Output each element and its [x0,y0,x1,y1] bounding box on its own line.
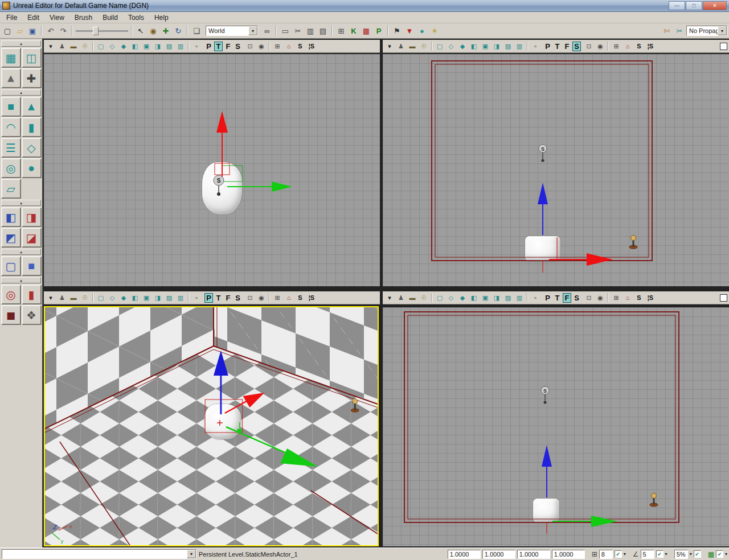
texture-density-mode-icon[interactable]: ▥ [514,41,525,51]
perspective-small-icon[interactable]: ▫ [530,293,540,303]
letter-perspective[interactable]: P [543,42,552,51]
actor-search-dropdown[interactable]: ▾ [2,549,196,559]
build-paths-icon[interactable]: ● [416,25,428,36]
volume-toggle-icon[interactable]: ⌂ [284,293,294,303]
viewport-perspective[interactable]: Z x y [44,306,379,546]
squint-mode-icon[interactable]: ⊞ [272,41,282,51]
build-geometry-icon[interactable]: ⚑ [391,25,403,36]
show-sound-radii-toggle[interactable]: ¦S [306,41,317,51]
toolbox-collapse-arrow[interactable]: ▴ [1,89,41,96]
sep[interactable] [269,293,270,302]
letter-front[interactable]: F [224,42,232,51]
sep[interactable] [41,26,42,36]
lighting-only-mode-icon[interactable]: ◨ [492,293,502,303]
lighting-only-mode-icon[interactable]: ◨ [153,41,163,51]
brush-wireframe-mode-icon[interactable]: ▢ [435,41,445,51]
play-on-pc-icon[interactable]: ✂ [674,25,685,36]
rotate-tool-icon[interactable]: ↻ [173,25,184,36]
sep[interactable] [131,26,132,36]
texture-density-mode-icon[interactable]: ▥ [175,293,186,303]
uv-checker-icon[interactable]: ▦ [361,25,372,36]
eye-icon[interactable]: ◉ [595,293,605,303]
brush-clip-icon[interactable]: ■ [22,256,42,276]
letter-perspective[interactable]: P [543,293,552,303]
undo-icon[interactable]: ↶ [45,25,56,36]
letter-front[interactable]: F [224,293,232,303]
move-tool-icon[interactable]: ✚ [160,25,171,36]
volume-toggle-icon[interactable]: ⌂ [284,41,294,51]
drag-grid-checkbox[interactable]: ✔ [615,550,622,558]
lighting-only-mode-icon[interactable]: ◨ [153,293,163,303]
open-map-icon[interactable]: ▱ [14,25,26,36]
search-actors-icon[interactable]: ∞ [261,25,273,36]
letter-front[interactable]: F [563,42,571,51]
wireframe-mode-icon[interactable]: ◇ [107,41,117,51]
chevron-down-icon[interactable]: ▾ [725,551,727,557]
sep[interactable] [431,42,432,51]
lock-viewport-icon[interactable]: ♟ [396,41,406,51]
lit-mode-icon[interactable]: ◧ [469,293,479,303]
lighting-toggle-icon[interactable]: ☉ [419,293,429,303]
select-tool-icon[interactable]: ↖ [135,25,146,36]
letter-perspective[interactable]: P [204,42,213,51]
propagation-dropdown[interactable]: No Propagatio ▾ [686,26,727,36]
widget-mode-icon[interactable]: ✚ [22,68,42,88]
translate-widget-x-arrow[interactable] [552,516,617,527]
drag-grid-value-field[interactable]: 1.0000 [552,550,585,559]
keypoint-actor[interactable] [650,493,658,507]
chevron-down-icon[interactable]: ▾ [187,550,196,558]
sphere-brush-icon[interactable]: ● [22,158,42,178]
translate-widget-x-arrow[interactable] [225,393,265,413]
chevron-down-icon[interactable]: ▾ [690,551,692,557]
geometry-tools-icon[interactable]: ❖ [22,305,42,325]
new-map-icon[interactable]: ▢ [2,25,13,36]
brush-wireframe-mode-icon[interactable]: ▢ [96,41,106,51]
lighting-toggle-icon[interactable]: ☉ [80,41,90,51]
sep[interactable] [92,42,93,51]
wireframe-mode-icon[interactable]: ◇ [446,293,456,303]
cut-icon[interactable]: ✂ [292,25,304,36]
speaker-actor[interactable]: S [541,386,549,404]
volumetric-brush-icon[interactable]: ▱ [1,179,21,199]
detail-lighting-mode-icon[interactable]: ▣ [480,293,490,303]
viewport-side[interactable]: S [383,54,729,286]
lock-icon[interactable]: ⊡ [245,293,255,303]
letter-side[interactable]: S [234,293,242,303]
viewport-top[interactable]: S [44,54,380,286]
terrain-mode-icon[interactable]: ▲ [1,68,21,88]
menu-brush[interactable]: Brush [69,13,97,23]
letter-top[interactable]: T [553,42,562,51]
save-map-icon[interactable]: ▣ [27,25,38,36]
scale-grid-checkbox[interactable]: ✔ [694,550,701,558]
sep[interactable] [92,293,93,302]
blocking-volume-icon[interactable]: ◼ [1,305,21,325]
lit-mode-icon[interactable]: ◧ [130,293,140,303]
eye-icon[interactable]: ◉ [256,293,267,303]
show-sound-radii-toggle[interactable]: ¦S [645,293,656,303]
whiteboard-icon[interactable]: ▭ [280,25,291,36]
squint-mode-icon[interactable]: ⊞ [272,293,282,303]
csg-deintersect-icon[interactable]: ◪ [22,228,42,248]
perspective-small-icon[interactable]: ▫ [191,41,202,51]
toolbox-collapse-arrow[interactable]: ▴ [1,249,41,255]
keypoint-actor[interactable] [351,399,359,413]
letter-top[interactable]: T [214,42,223,51]
letter-perspective[interactable]: P [204,293,213,303]
copy-icon[interactable]: ▥ [305,25,316,36]
build-all-icon[interactable]: ☀ [429,25,440,36]
sep[interactable] [608,293,609,302]
curved-stair-brush-icon[interactable]: ◠ [1,117,21,137]
squint-mode-icon[interactable]: ⊞ [611,41,621,51]
viewport-options-arrow[interactable]: ▾ [46,293,56,303]
lighting-toggle-icon[interactable]: ☉ [419,41,429,51]
show-sounds-toggle[interactable]: S [295,41,305,51]
sep[interactable] [72,26,73,36]
far-clip-slider[interactable] [76,26,128,35]
chevron-down-icon[interactable]: ▾ [248,26,257,35]
chevron-down-icon[interactable]: ▾ [718,26,727,35]
sheet-brush-icon[interactable]: ◇ [22,138,42,158]
close-button[interactable]: ✕ [703,1,727,10]
coordinate-system-dropdown[interactable]: World ▾ [206,26,258,36]
sep[interactable] [187,26,188,36]
toolbox-collapse-arrow[interactable]: ▴ [1,277,41,283]
